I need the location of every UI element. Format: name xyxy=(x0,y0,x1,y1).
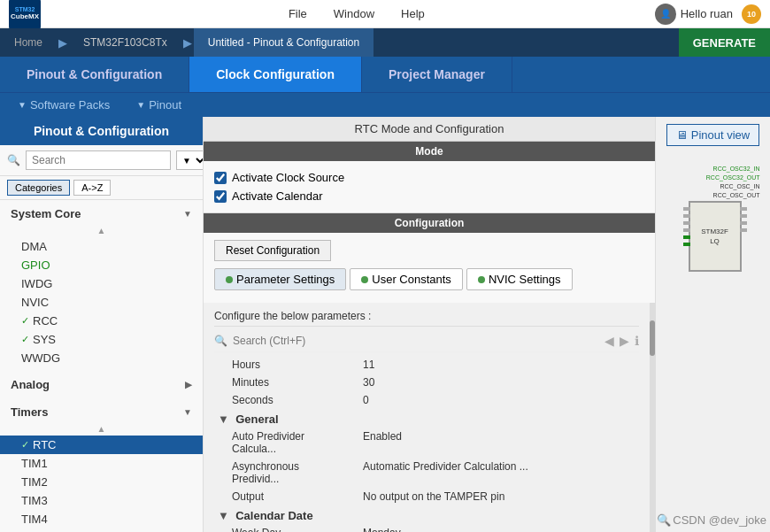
sidebar-item-tim4[interactable]: TIM4 xyxy=(0,510,203,528)
tab-categories[interactable]: Categories xyxy=(7,180,70,196)
sidebar-item-iwdg[interactable]: IWDG xyxy=(0,274,203,293)
reset-config-button[interactable]: Reset Configuration xyxy=(214,240,331,261)
chip-label: STM32FLQ xyxy=(701,227,728,246)
tab-user-constants[interactable]: User Constants xyxy=(350,268,463,290)
tab-nvic-settings[interactable]: NVIC Settings xyxy=(466,268,573,290)
breadcrumb-home[interactable]: Home xyxy=(0,28,57,57)
minutes-label: Minutes xyxy=(214,374,356,391)
sidebar-item-nvic[interactable]: NVIC xyxy=(0,293,203,312)
vertical-scrollbar[interactable] xyxy=(650,303,655,532)
sidebar-item-dma[interactable]: DMA xyxy=(0,237,203,256)
calendar-date-label: Calendar Date xyxy=(235,509,312,522)
sidebar-item-tim2[interactable]: TIM2 xyxy=(0,473,203,491)
tab-clock[interactable]: Clock Configuration xyxy=(189,57,362,92)
gpio-label: GPIO xyxy=(21,258,50,272)
sidebar-item-wwdg[interactable]: WWDG xyxy=(0,349,203,367)
params-section: Configure the below parameters : 🔍 ◀ ▶ ℹ… xyxy=(204,303,650,532)
menu-help[interactable]: Help xyxy=(401,7,425,20)
rcc-label: RCC xyxy=(33,314,58,328)
content-wrapper: Configure the below parameters : 🔍 ◀ ▶ ℹ… xyxy=(204,303,655,532)
tab-bar: Pinout & Configuration Clock Configurati… xyxy=(0,57,770,92)
breadcrumb-arrow1: ▶ xyxy=(58,36,67,50)
generate-button[interactable]: GENERATE xyxy=(679,28,770,57)
minutes-value: 30 xyxy=(356,374,639,391)
menu-items: File Window Help xyxy=(58,7,655,20)
search-zoom-icon: 🔍 xyxy=(657,513,671,527)
activate-calendar-label: Activate Calendar xyxy=(232,189,323,203)
tim2-label: TIM2 xyxy=(21,475,48,489)
week-day-value: Monday xyxy=(356,524,639,532)
table-row-hours: Hours 11 xyxy=(214,356,639,374)
table-row-output: Output No output on the TAMPER pin xyxy=(214,488,639,505)
wwdg-label: WWDG xyxy=(21,351,60,365)
activate-clock-row: Activate Clock Source xyxy=(214,168,644,187)
breadcrumb-project[interactable]: Untitled - Pinout & Configuration xyxy=(194,28,373,57)
sidebar-item-rtc[interactable]: ✓ RTC xyxy=(0,436,203,454)
nvic-label: NVIC xyxy=(21,296,49,309)
seconds-label: Seconds xyxy=(214,391,356,409)
sidebar-section-core: System Core ▼ ▲ DMA GPIO IWDG NVIC ✓ RCC… xyxy=(0,200,203,371)
scroll-thumb[interactable] xyxy=(650,320,655,356)
logo-icon: STM32 CubeMX xyxy=(9,0,41,30)
params-table: Hours 11 Minutes 30 Seconds 0 xyxy=(214,356,639,409)
sidebar-item-tim1[interactable]: TIM1 xyxy=(0,454,203,473)
table-row-seconds: Seconds 0 xyxy=(214,391,639,409)
pin-rcc-osc-out: RCC_OSC_OUT xyxy=(706,192,762,198)
calendar-date-section-label: ▼ Calendar Date xyxy=(214,505,639,524)
pinout-view-label: Pinout view xyxy=(691,128,750,142)
tab-parameter-settings[interactable]: Parameter Settings xyxy=(214,268,346,290)
sys-check: ✓ xyxy=(21,334,29,345)
tim3-label: TIM3 xyxy=(21,494,48,507)
subnav-pinout[interactable]: ▼ Pinout xyxy=(136,98,181,112)
param-search-input[interactable] xyxy=(233,335,599,347)
subnav-software-packs[interactable]: ▼ Software Packs xyxy=(18,98,110,112)
dma-label: DMA xyxy=(21,240,47,253)
tab-project[interactable]: Project Manager xyxy=(362,57,512,92)
calendar-params-table: Week Day Monday Month November Date 20 xyxy=(214,524,639,532)
activate-clock-checkbox[interactable] xyxy=(214,172,227,184)
category-tabs: Categories A->Z xyxy=(0,176,203,200)
menu-file[interactable]: File xyxy=(289,7,307,20)
param-search-bar: 🔍 ◀ ▶ ℹ xyxy=(214,330,639,352)
param-dot xyxy=(226,276,233,283)
param-tab-label: Parameter Settings xyxy=(236,273,335,286)
pin-rcc-osc-in: RCC_OSC_IN xyxy=(706,183,762,189)
activate-calendar-checkbox[interactable] xyxy=(214,190,227,203)
tim1-label: TIM1 xyxy=(21,457,48,470)
left-pins xyxy=(683,207,690,246)
tab-pinout[interactable]: Pinout & Configuration xyxy=(0,57,189,92)
breadcrumb-chip[interactable]: STM32F103C8Tx xyxy=(69,28,181,57)
breadcrumb: Home ▶ STM32F103C8Tx ▶ Untitled - Pinout… xyxy=(0,28,770,57)
system-core-header[interactable]: System Core ▼ xyxy=(0,204,203,224)
output-value: No output on the TAMPER pin xyxy=(356,488,639,505)
sidebar-header: Pinout & Configuration xyxy=(0,117,203,145)
search-input[interactable] xyxy=(26,150,171,170)
prev-icon[interactable]: ◀ xyxy=(604,334,614,348)
timers-label: Timers xyxy=(11,405,48,419)
sidebar-item-sys[interactable]: ✓ SYS xyxy=(0,330,203,349)
pinout-view-icon: 🖥 xyxy=(676,128,688,142)
tim4-label: TIM4 xyxy=(21,513,48,526)
analog-header[interactable]: Analog ▶ xyxy=(0,374,203,395)
mode-section: Mode xyxy=(204,142,655,161)
tab-az[interactable]: A->Z xyxy=(73,180,111,196)
pinout-view-button[interactable]: 🖥 Pinout view xyxy=(666,124,759,146)
menu-window[interactable]: Window xyxy=(334,7,374,20)
timers-chevron: ▼ xyxy=(183,407,192,417)
activate-clock-label: Activate Clock Source xyxy=(232,171,344,184)
table-row-minutes: Minutes 30 xyxy=(214,374,639,391)
right-pins xyxy=(740,207,747,232)
activate-calendar-row: Activate Calendar xyxy=(214,187,644,205)
app-logo: STM32 CubeMX xyxy=(9,0,41,30)
timers-header[interactable]: Timers ▼ xyxy=(0,402,203,422)
content-inner[interactable]: Configure the below parameters : 🔍 ◀ ▶ ℹ… xyxy=(204,303,650,532)
sidebar-item-gpio[interactable]: GPIO xyxy=(0,256,203,274)
sidebar-item-rcc[interactable]: ✓ RCC xyxy=(0,312,203,330)
search-dropdown[interactable]: ▼ xyxy=(176,150,204,170)
sidebar-section-timers: Timers ▼ ▲ ✓ RTC TIM1 TIM2 TIM3 TIM4 xyxy=(0,398,203,532)
version-badge: 10 xyxy=(742,4,761,24)
output-label: Output xyxy=(214,488,356,505)
sidebar-item-tim3[interactable]: TIM3 xyxy=(0,491,203,510)
general-params-table: Auto Predivider Calcula... Enabled Async… xyxy=(214,428,639,505)
next-icon[interactable]: ▶ xyxy=(620,334,629,348)
